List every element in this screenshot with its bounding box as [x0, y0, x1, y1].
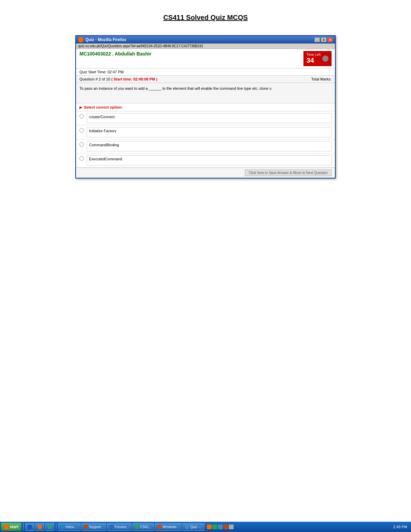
option-row-4: ExecutedCommand [76, 153, 335, 168]
quiz-start-time: Quiz Start Time: 02:47 PM [76, 69, 335, 76]
restore-button[interactable]: s [321, 37, 326, 42]
option-radio-3[interactable] [79, 142, 84, 147]
student-separator: . [112, 51, 114, 57]
option-row-1: create/Connect [76, 111, 335, 125]
option-box-3[interactable]: CommandBinding [87, 141, 332, 151]
clock-icon [322, 55, 328, 62]
options-area: create/Connect Initialize Factory Comman… [76, 111, 335, 168]
total-marks: Total Marks: [311, 77, 332, 81]
question-number: Question # 2 of 10 ( Start time: 02:49:0… [79, 77, 157, 81]
close-button[interactable]: X [327, 37, 333, 42]
page-title: CS411 Solved Quiz MCQS [0, 0, 411, 28]
option-box-4[interactable]: ExecutedCommand [87, 155, 332, 165]
browser-controls[interactable]: _ s X [314, 37, 333, 42]
firefox-icon [78, 37, 84, 42]
option-box-1[interactable]: create/Connect [87, 113, 332, 123]
option-box-2[interactable]: Initialize Factory [87, 127, 332, 137]
quiz-content: MC100403022 . Abdullah Bashir Time Left … [76, 49, 335, 178]
student-id: MC100403022 [79, 51, 111, 57]
time-left-box: Time Left 34 [303, 51, 332, 66]
question-start-time: ( Start time: 02:49:08 PM ) [111, 77, 157, 81]
option-row-3: CommandBinding [76, 139, 335, 153]
browser-title: Quiz - Mozilla Firefox [85, 37, 126, 42]
student-header: MC100403022 . Abdullah Bashir Time Left … [76, 49, 335, 69]
question-text: To pass an instance of you want to add a… [76, 83, 335, 103]
browser-titlebar: Quiz - Mozilla Firefox _ s X [76, 36, 335, 44]
option-radio-1[interactable] [79, 114, 84, 119]
minimize-button[interactable]: _ [314, 37, 320, 42]
quiz-footer: Click here to Save Answer & Move to Next… [76, 168, 335, 178]
browser-titlebar-left: Quiz - Mozilla Firefox [78, 37, 126, 42]
time-left-label: Time Left 34 [307, 53, 321, 64]
select-option-label: Select correct option: [76, 103, 335, 111]
option-row-2: Initialize Factory [76, 125, 335, 139]
browser-window: Quiz - Mozilla Firefox _ s X quiz.vu.edu… [75, 35, 336, 178]
address-text: quiz.vu.edu.pk/QuizQuestion.aspx?id=ae94… [78, 44, 203, 48]
question-header: Question # 2 of 10 ( Start time: 02:49:0… [76, 76, 335, 83]
option-radio-2[interactable] [79, 128, 84, 133]
browser-addressbar: quiz.vu.edu.pk/QuizQuestion.aspx?id=ae94… [76, 44, 335, 49]
save-next-button[interactable]: Click here to Save Answer & Move to Next… [245, 170, 332, 176]
student-name: Abdullah Bashir [115, 51, 151, 57]
option-radio-4[interactable] [79, 156, 84, 161]
student-info: MC100403022 . Abdullah Bashir [79, 51, 151, 57]
